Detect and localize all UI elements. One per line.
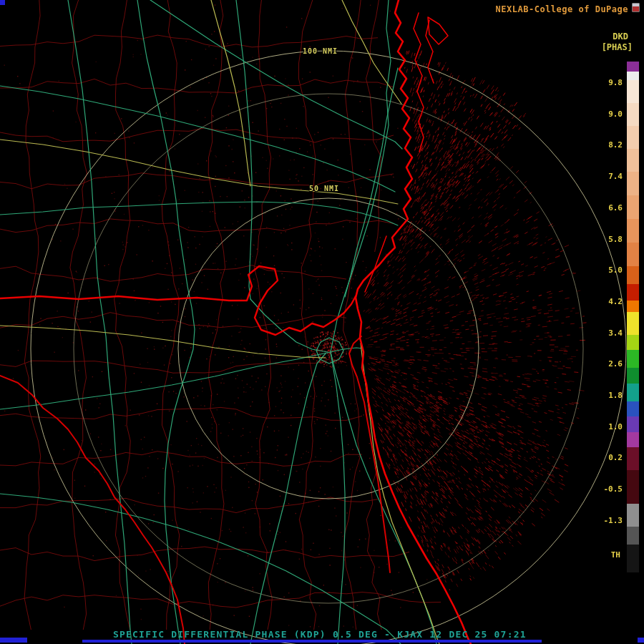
cod-logo-icon (632, 3, 640, 12)
colorbar-threshold-label: TH (611, 550, 620, 560)
colorbar-segment (627, 284, 639, 301)
colorbar-segment (627, 266, 639, 284)
colorbar-segment (627, 368, 639, 383)
bottom-underline-bar (82, 640, 542, 643)
colorbar-segment (627, 401, 639, 416)
colorbar-tick-label: 8.2 (608, 140, 623, 150)
colorbar-segment (627, 504, 639, 527)
colorbar-tick-label: 7.4 (608, 172, 623, 181)
colorbar-tick-label: 2.6 (608, 359, 623, 369)
colorbar-segment (627, 126, 639, 149)
colorbar-segment (627, 149, 639, 172)
product-title: SPECIFIC DIFFERENTIAL PHASE (KDP) 0.5 DE… (113, 629, 527, 640)
product-units-label: [PHAS] (602, 42, 633, 52)
colorbar-tick-label: 1.8 (608, 391, 623, 400)
colorbar-segment (627, 350, 639, 368)
colorbar-segment (627, 312, 639, 335)
colorbar-tick-label: 3.4 (608, 328, 623, 338)
colorbar-tick-label: 9.8 (608, 78, 623, 87)
radar-map-canvas (0, 0, 644, 644)
colorbar-segment (627, 384, 639, 401)
colorbar-segment (627, 80, 639, 103)
attribution-text: NEXLAB-College of DuPage (496, 4, 628, 14)
colorbar-segment (627, 72, 639, 79)
colorbar-tick-label: 9.0 (608, 109, 623, 119)
colorbar-segment (627, 447, 639, 470)
colorbar-tick-label: -0.5 (604, 484, 623, 494)
range-ring-label-100nmi: 100 NMI (303, 47, 338, 55)
colorbar-tick-label: 5.0 (608, 265, 623, 275)
colorbar-segment (627, 243, 639, 266)
bottom-left-bar (0, 638, 27, 643)
colorbar-segment (627, 545, 639, 572)
colorbar-tick-label: -1.3 (604, 516, 623, 525)
colorbar-segment (627, 172, 639, 195)
colorbar-tick-label: 5.8 (608, 235, 623, 244)
colorbar-segment (627, 335, 639, 350)
colorbar-segment (627, 103, 639, 126)
range-ring-label-50nmi: 50 NMI (309, 185, 339, 192)
product-code-label: DKD (613, 31, 628, 42)
colorbar-segment (627, 470, 639, 503)
colorbar-tick-label: 0.2 (608, 453, 623, 462)
colorbar-tick-label: 1.0 (608, 422, 623, 431)
colorbar-segment (627, 195, 639, 219)
colorbar (627, 62, 639, 572)
bottom-right-bar (638, 638, 644, 643)
colorbar-tick-label: 6.6 (608, 203, 623, 213)
colorbar-segment (627, 301, 639, 312)
top-left-corner-mark (0, 0, 5, 5)
colorbar-segment (627, 416, 639, 431)
colorbar-tick-label: 4.2 (608, 297, 623, 306)
colorbar-segment (627, 219, 639, 243)
colorbar-segment (627, 527, 639, 545)
colorbar-segment (627, 432, 639, 447)
colorbar-segment (627, 62, 639, 72)
radar-display: NEXLAB-College of DuPage DKD [PHAS] 9.89… (0, 0, 644, 644)
